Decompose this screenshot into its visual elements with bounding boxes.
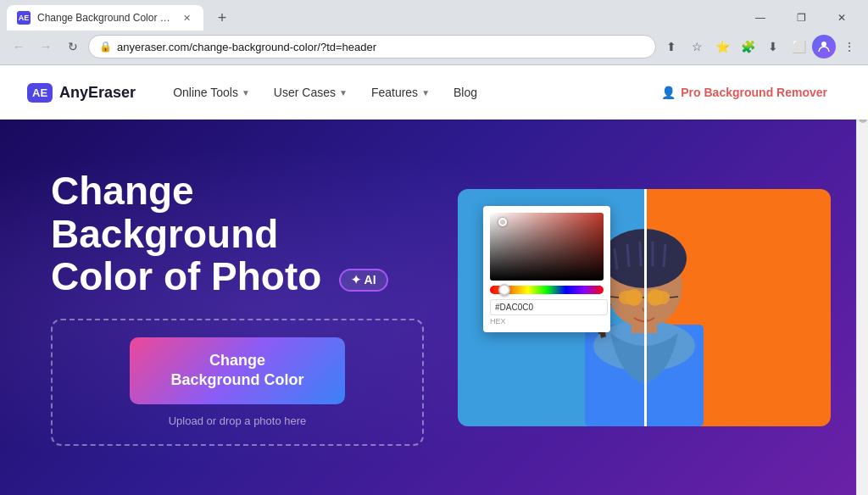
- hero-left: Change Background Color of Photo ✦ AI Ch…: [51, 170, 424, 446]
- hero-right: ▲ ▼ HEX: [458, 189, 831, 426]
- logo-badge: AE: [27, 83, 53, 103]
- refresh-button[interactable]: ↻: [61, 35, 85, 58]
- website-content: AE AnyEraser Online Tools ▼ User Cases ▼…: [0, 65, 868, 495]
- chevron-down-icon: ▼: [339, 88, 348, 97]
- site-navbar: AE AnyEraser Online Tools ▼ User Cases ▼…: [0, 65, 868, 120]
- address-bar: ← → ↻ 🔒 anyeraser.com/change-background-…: [0, 31, 868, 64]
- upload-button[interactable]: Change Background Color: [130, 337, 344, 404]
- svg-line-16: [670, 297, 678, 298]
- minimize-button[interactable]: —: [741, 5, 780, 31]
- svg-line-11: [664, 244, 665, 267]
- nav-user-cases[interactable]: User Cases ▼: [264, 79, 358, 106]
- toolbar-icons: ⬆ ☆ ⭐ 🧩 ⬇ ⬜ ⋮: [659, 35, 861, 58]
- arrow-up-icon: ▲: [611, 300, 618, 307]
- url-bar[interactable]: 🔒 anyeraser.com/change-background-color/…: [88, 35, 656, 58]
- tab-title: Change Background Color O…: [37, 12, 173, 24]
- profile-icon[interactable]: [812, 35, 836, 58]
- nav-online-tools[interactable]: Online Tools ▼: [163, 79, 260, 106]
- hex-input[interactable]: [490, 299, 608, 315]
- pro-background-remover-button[interactable]: 👤 Pro Background Remover: [648, 79, 841, 106]
- window-controls: — ❐ ✕: [741, 5, 861, 31]
- bookmark-button[interactable]: ☆: [685, 35, 709, 58]
- url-text: anyeraser.com/change-background-color/?t…: [117, 41, 645, 53]
- new-tab-button[interactable]: +: [210, 6, 234, 30]
- hex-row: ▲ ▼: [490, 299, 604, 315]
- hex-arrows: ▲ ▼: [611, 300, 618, 314]
- demo-divider: [644, 189, 647, 426]
- back-button[interactable]: ←: [7, 35, 31, 58]
- ai-badge: ✦ AI: [339, 269, 387, 292]
- svg-line-9: [640, 242, 641, 266]
- color-picker-overlay: ▲ ▼ HEX: [483, 206, 610, 332]
- hero-title: Change Background Color of Photo ✦ AI: [51, 170, 424, 298]
- chevron-down-icon: ▼: [242, 88, 250, 97]
- color-gradient-box: [490, 213, 604, 281]
- color-picker-dot: [498, 218, 507, 226]
- svg-point-18: [647, 289, 664, 306]
- menu-button[interactable]: ⋮: [837, 35, 861, 58]
- site-logo[interactable]: AE AnyEraser: [27, 83, 136, 103]
- scrollbar[interactable]: [856, 65, 868, 495]
- arrow-down-icon: ▼: [611, 308, 618, 314]
- share-button[interactable]: ⬆: [659, 35, 683, 58]
- svg-point-0: [821, 42, 826, 47]
- user-icon: 👤: [661, 86, 676, 99]
- extensions-button[interactable]: 🧩: [736, 35, 760, 58]
- hero-section: Change Background Color of Photo ✦ AI Ch…: [0, 120, 868, 495]
- title-bar: AE Change Background Color O… ✕ + — ❐ ✕: [0, 0, 868, 31]
- svg-point-17: [626, 289, 643, 306]
- color-spectrum: [490, 286, 604, 294]
- spectrum-handle: [498, 284, 510, 296]
- chevron-down-icon: ▼: [421, 88, 430, 97]
- nav-features[interactable]: Features ▼: [361, 79, 440, 106]
- nav-links: Online Tools ▼ User Cases ▼ Features ▼ B…: [163, 79, 648, 106]
- tab-favicon: AE: [17, 11, 31, 25]
- upload-area[interactable]: Change Background Color Upload or drop a…: [51, 319, 424, 446]
- lock-icon: 🔒: [99, 41, 112, 53]
- demo-image: ▲ ▼ HEX: [458, 189, 831, 426]
- browser-tab[interactable]: AE Change Background Color O… ✕: [7, 5, 203, 31]
- hex-label: HEX: [490, 317, 604, 325]
- logo-text: AnyEraser: [59, 84, 136, 102]
- forward-button[interactable]: →: [34, 35, 58, 58]
- upload-hint: Upload or drop a photo here: [169, 414, 307, 427]
- split-view-button[interactable]: ⬜: [787, 35, 810, 58]
- reading-list-button[interactable]: ⭐: [710, 35, 734, 58]
- svg-line-8: [627, 244, 629, 267]
- maximize-button[interactable]: ❐: [782, 5, 821, 31]
- svg-line-15: [610, 297, 619, 298]
- nav-blog[interactable]: Blog: [443, 79, 487, 106]
- download-button[interactable]: ⬇: [761, 35, 785, 58]
- title-bar-left: AE Change Background Color O… ✕ +: [7, 5, 234, 31]
- close-button[interactable]: ✕: [822, 5, 861, 31]
- browser-chrome: AE Change Background Color O… ✕ + — ❐ ✕ …: [0, 0, 868, 65]
- tab-close-button[interactable]: ✕: [180, 11, 193, 25]
